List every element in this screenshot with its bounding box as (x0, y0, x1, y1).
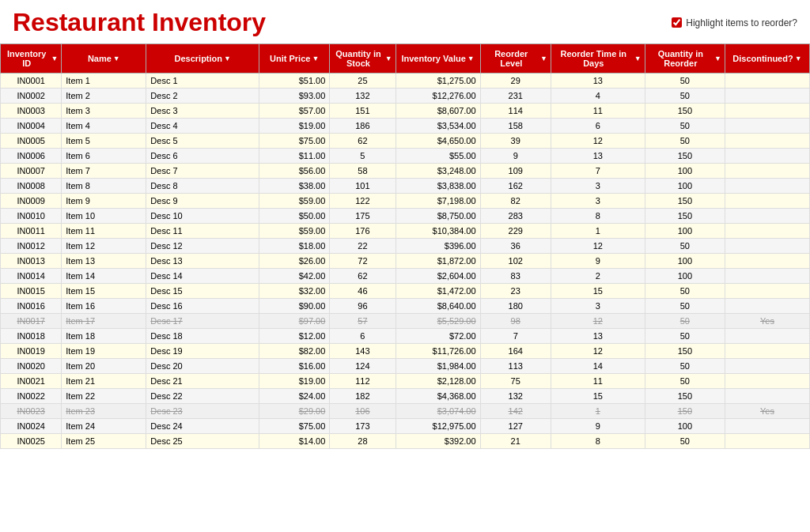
cell-5: $2,128.00 (396, 374, 480, 389)
discontinued-dropdown-icon[interactable]: ▼ (795, 55, 802, 62)
unit-price-dropdown-icon[interactable]: ▼ (312, 55, 319, 62)
cell-3: $82.00 (259, 344, 330, 359)
col-header-qty-stock[interactable]: Quantity in Stock ▼ (330, 44, 396, 74)
cell-1: Item 8 (62, 179, 146, 194)
col-header-reorder-level[interactable]: Reorder Level ▼ (480, 44, 551, 74)
qty-reorder-dropdown-icon[interactable]: ▼ (714, 55, 721, 62)
cell-7: 3 (551, 299, 645, 314)
cell-0: IN0007 (1, 164, 62, 179)
cell-0: IN0015 (1, 284, 62, 299)
table-row: IN0023Item 23Desc 23$29.00106$3,074.0014… (1, 404, 810, 419)
cell-4: 46 (330, 284, 396, 299)
cell-7: 12 (551, 314, 645, 329)
highlight-checkbox[interactable] (672, 17, 682, 28)
cell-9 (725, 74, 809, 89)
cell-3: $14.00 (259, 434, 330, 449)
cell-2: Desc 9 (146, 194, 259, 209)
cell-2: Desc 6 (146, 149, 259, 164)
col-header-description[interactable]: Description ▼ (146, 44, 259, 74)
col-header-discontinued[interactable]: Discontinued? ▼ (725, 44, 809, 74)
cell-1: Item 7 (62, 164, 146, 179)
inv-value-dropdown-icon[interactable]: ▼ (467, 55, 475, 62)
cell-0: IN0012 (1, 239, 62, 254)
cell-7: 12 (551, 239, 645, 254)
cell-5: $10,384.00 (396, 224, 480, 239)
cell-3: $51.00 (259, 74, 330, 89)
cell-4: 5 (330, 149, 396, 164)
cell-6: 132 (480, 389, 551, 404)
table-row: IN0004Item 4Desc 4$19.00186$3,534.001586… (1, 119, 810, 134)
cell-0: IN0024 (1, 419, 62, 434)
header-section: Restaurant Inventory Highlight items to … (0, 0, 810, 43)
cell-9 (725, 374, 809, 389)
cell-8: 150 (645, 344, 725, 359)
cell-9 (725, 269, 809, 284)
cell-8: 50 (645, 329, 725, 344)
cell-0: IN0001 (1, 74, 62, 89)
cell-8: 150 (645, 389, 725, 404)
cell-9 (725, 134, 809, 149)
cell-5: $8,640.00 (396, 299, 480, 314)
cell-2: Desc 17 (146, 314, 259, 329)
name-dropdown-icon[interactable]: ▼ (113, 55, 120, 62)
cell-1: Item 22 (62, 389, 146, 404)
cell-6: 29 (480, 74, 551, 89)
cell-2: Desc 23 (146, 404, 259, 419)
cell-3: $57.00 (259, 104, 330, 119)
cell-5: $8,750.00 (396, 209, 480, 224)
cell-3: $59.00 (259, 194, 330, 209)
highlight-option-label[interactable]: Highlight items to reorder? (672, 17, 797, 28)
cell-1: Item 24 (62, 419, 146, 434)
cell-6: 75 (480, 374, 551, 389)
table-row: IN0002Item 2Desc 2$93.00132$12,276.00231… (1, 89, 810, 104)
col-header-id[interactable]: Inventory ID ▼ (1, 44, 62, 74)
cell-1: Item 3 (62, 104, 146, 119)
cell-7: 7 (551, 164, 645, 179)
cell-2: Desc 2 (146, 89, 259, 104)
cell-6: 39 (480, 134, 551, 149)
cell-7: 13 (551, 329, 645, 344)
cell-8: 50 (645, 359, 725, 374)
qty-stock-dropdown-icon[interactable]: ▼ (385, 55, 392, 62)
col-header-qty-reorder[interactable]: Quantity in Reorder ▼ (645, 44, 725, 74)
table-row: IN0005Item 5Desc 5$75.0062$4,650.0039125… (1, 134, 810, 149)
cell-1: Item 21 (62, 374, 146, 389)
cell-5: $1,275.00 (396, 74, 480, 89)
cell-6: 109 (480, 164, 551, 179)
cell-4: 28 (330, 434, 396, 449)
cell-6: 9 (480, 149, 551, 164)
table-row: IN0001Item 1Desc 1$51.0025$1,275.0029135… (1, 74, 810, 89)
col-header-inv-value[interactable]: Inventory Value ▼ (396, 44, 480, 74)
cell-5: $3,534.00 (396, 119, 480, 134)
col-header-name[interactable]: Name ▼ (62, 44, 146, 74)
cell-1: Item 13 (62, 254, 146, 269)
cell-0: IN0021 (1, 374, 62, 389)
cell-6: 83 (480, 269, 551, 284)
cell-2: Desc 15 (146, 284, 259, 299)
cell-0: IN0025 (1, 434, 62, 449)
cell-9 (725, 389, 809, 404)
cell-8: 100 (645, 179, 725, 194)
cell-2: Desc 7 (146, 164, 259, 179)
cell-6: 127 (480, 419, 551, 434)
description-dropdown-icon[interactable]: ▼ (224, 55, 231, 62)
cell-3: $12.00 (259, 329, 330, 344)
cell-3: $24.00 (259, 389, 330, 404)
cell-4: 176 (330, 224, 396, 239)
highlight-label-text: Highlight items to reorder? (686, 17, 797, 28)
cell-6: 23 (480, 284, 551, 299)
cell-9 (725, 329, 809, 344)
cell-8: 50 (645, 284, 725, 299)
col-header-unit-price[interactable]: Unit Price ▼ (259, 44, 330, 74)
reorder-time-dropdown-icon[interactable]: ▼ (634, 55, 642, 62)
cell-7: 12 (551, 134, 645, 149)
table-row: IN0006Item 6Desc 6$11.005$55.00913150 (1, 149, 810, 164)
cell-0: IN0019 (1, 344, 62, 359)
table-row: IN0007Item 7Desc 7$56.0058$3,248.0010971… (1, 164, 810, 179)
col-header-reorder-time[interactable]: Reorder Time in Days ▼ (551, 44, 645, 74)
reorder-level-dropdown-icon[interactable]: ▼ (540, 55, 547, 62)
table-header-row: Inventory ID ▼ Name ▼ Description ▼ (1, 44, 810, 74)
id-dropdown-icon[interactable]: ▼ (51, 55, 58, 62)
cell-8: 100 (645, 254, 725, 269)
table-row: IN0009Item 9Desc 9$59.00122$7,198.008231… (1, 194, 810, 209)
